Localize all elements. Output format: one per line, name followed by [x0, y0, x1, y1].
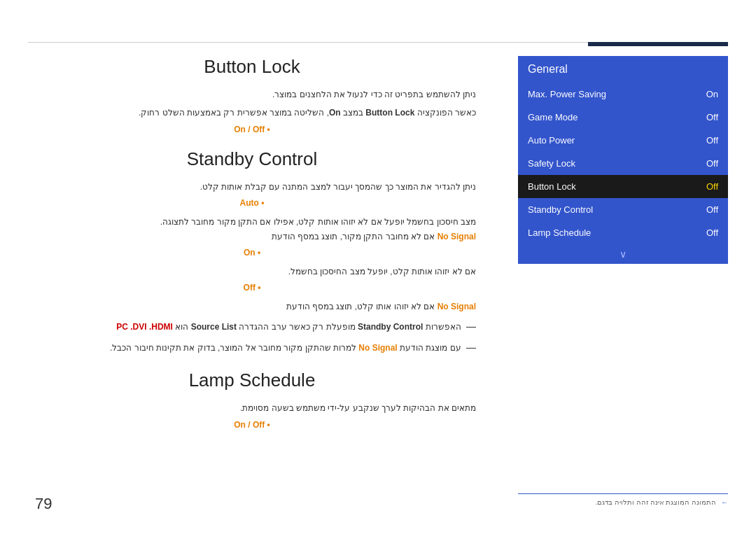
menu-value-auto-power: Off: [706, 135, 718, 146]
top-accent-bar: [588, 42, 728, 46]
lamp-schedule-title: Lamp Schedule: [28, 370, 476, 391]
lamp-schedule-section: Lamp Schedule מתאים את הבהיקות לערך שנקב…: [28, 370, 476, 429]
menu-label-auto-power: Auto Power: [528, 135, 575, 146]
menu-value-lamp-schedule: Off: [706, 227, 718, 238]
page-number: 79: [35, 495, 52, 513]
main-content-area: Button Lock ניתן להשתמש בתפריט זה כדי לנ…: [28, 56, 476, 492]
menu-label-safety-lock: Safety Lock: [528, 158, 575, 169]
menu-value-safety-lock: Off: [706, 158, 718, 169]
menu-label-standby-control: Standby Control: [528, 204, 593, 215]
bottom-note: ← התמונה המוצגת אינה זהה ותלויה בדגם.: [518, 493, 728, 506]
button-lock-section: Button Lock ניתן להשתמש בתפריט זה כדי לנ…: [28, 56, 476, 134]
standby-auto-label: Auto •: [28, 198, 476, 208]
standby-control-title: Standby Control: [28, 148, 476, 170]
menu-label-lamp-schedule: Lamp Schedule: [528, 227, 591, 238]
lamp-schedule-on-off: On / Off •: [28, 420, 476, 430]
menu-label-button-lock: Button Lock: [528, 181, 576, 192]
panel-header: General: [518, 56, 728, 83]
standby-off-desc: No Signal אם לא יזוהו אותו קלט, תוצג במס…: [28, 300, 476, 314]
button-lock-para-2: כאשר הפונקציה Button Lock במצב On, השליט…: [28, 106, 476, 120]
standby-on-label: On •: [28, 248, 476, 258]
note-arrow: ←: [721, 498, 728, 506]
standby-off-label: Off •: [28, 283, 476, 293]
button-lock-title: Button Lock: [28, 56, 476, 78]
lamp-schedule-para-1: מתאים את הבהיקות לערך שנקבע על-ידי משתמש…: [28, 401, 476, 415]
standby-auto-desc: מצב חיסכון בחשמל יופעל אם לא יזוהו אותות…: [28, 215, 476, 244]
menu-item-max-power[interactable]: Max. Power Saving On: [518, 83, 728, 106]
menu-value-button-lock: Off: [706, 181, 718, 192]
button-lock-para-1: ניתן להשתמש בתפריט זה כדי לנעול את הלחצנ…: [28, 87, 476, 101]
menu-item-lamp-schedule[interactable]: Lamp Schedule Off: [518, 221, 728, 244]
menu-container: Max. Power Saving On Game Mode Off Auto …: [518, 83, 728, 264]
standby-note-2: — עם מוצגת הודעת No Signal למרות שהתקן מ…: [28, 339, 476, 356]
menu-label-max-power: Max. Power Saving: [528, 89, 606, 99]
note-text: התמונה המוצגת אינה זהה ותלויה בדגם.: [596, 498, 717, 506]
menu-item-game-mode[interactable]: Game Mode Off: [518, 106, 728, 129]
menu-item-auto-power[interactable]: Auto Power Off: [518, 129, 728, 152]
menu-chevron-down[interactable]: ∨: [518, 244, 728, 264]
menu-label-game-mode: Game Mode: [528, 112, 578, 122]
menu-value-standby-control: Off: [706, 204, 718, 215]
menu-item-standby-control[interactable]: Standby Control Off: [518, 198, 728, 221]
button-lock-on-off: On / Off •: [28, 125, 476, 134]
menu-value-game-mode: Off: [706, 112, 718, 122]
standby-note-1: — האפשרות Standby Control מופעלת רק כאשר…: [28, 318, 476, 335]
standby-para-1: ניתן להגדיר את המוצר כך שהמסך יעבור למצב…: [28, 180, 476, 194]
standby-on-desc: אם לא יזוהו אותות קלט, יופעל מצב החיסכון…: [28, 265, 476, 279]
menu-value-max-power: On: [706, 89, 718, 99]
standby-control-section: Standby Control ניתן להגדיר את המוצר כך …: [28, 148, 476, 356]
menu-item-safety-lock[interactable]: Safety Lock Off: [518, 152, 728, 175]
general-panel: General Max. Power Saving On Game Mode O…: [518, 56, 728, 264]
menu-item-button-lock[interactable]: Button Lock Off: [518, 175, 728, 198]
